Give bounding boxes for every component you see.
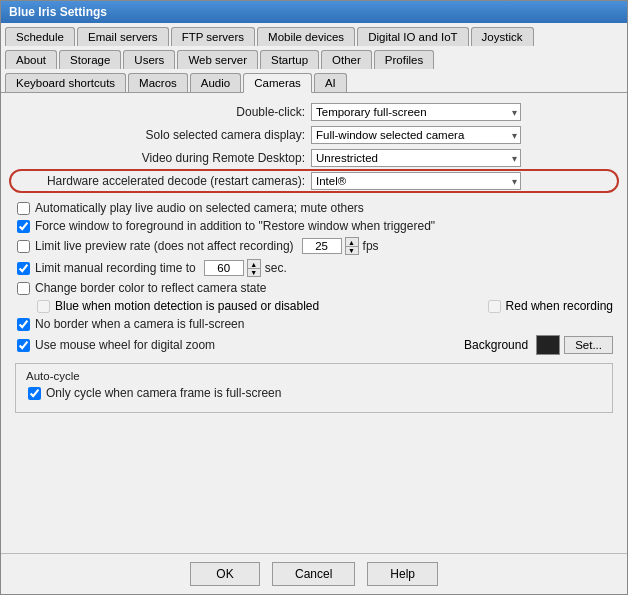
sec-down-btn[interactable]: ▼ [247,268,261,277]
cb9-label: Use mouse wheel for digital zoom [35,338,215,352]
tab-keyboard-shortcuts[interactable]: Keyboard shortcuts [5,73,126,92]
cb3-label: Limit live preview rate (does not affect… [35,239,294,253]
tab-audio[interactable]: Audio [190,73,241,92]
video-remote-row: Video during Remote Desktop: Unrestricte… [15,149,613,167]
fps-up-btn[interactable]: ▲ [345,237,359,246]
cb1-label: Automatically play live audio on selecte… [35,201,364,215]
auto-cycle-group: Auto-cycle Only cycle when camera frame … [15,363,613,413]
cb10-row: Only cycle when camera frame is full-scr… [26,386,602,400]
set-button[interactable]: Set... [564,336,613,354]
sec-input[interactable] [204,260,244,276]
cb9-checkbox[interactable] [17,339,30,352]
double-click-label: Double-click: [15,105,305,119]
video-remote-select-wrapper: Unrestricted Pause Stop [311,149,521,167]
video-remote-select[interactable]: Unrestricted Pause Stop [311,149,521,167]
fps-spinner: ▲ ▼ [345,237,359,255]
cb2-row: Force window to foreground in addition t… [15,219,613,233]
tab-row-2: About Storage Users Web server Startup O… [1,46,627,69]
cb6-row: Blue when motion detection is paused or … [15,299,613,313]
cb7-checkbox[interactable] [488,300,501,313]
double-click-row: Double-click: Temporary full-screen Full… [15,103,613,121]
cb3-checkbox[interactable] [17,240,30,253]
cb4-checkbox[interactable] [17,262,30,275]
solo-select[interactable]: Full-window selected camera Nothing [311,126,521,144]
cb5-row: Change border color to reflect camera st… [15,281,613,295]
video-remote-label: Video during Remote Desktop: [15,151,305,165]
tab-users[interactable]: Users [123,50,175,69]
cb1-row: Automatically play live audio on selecte… [15,201,613,215]
cb8-row: No border when a camera is full-screen [15,317,613,331]
fps-down-btn[interactable]: ▼ [345,246,359,255]
tab-bar: Schedule Email servers FTP servers Mobil… [1,23,627,93]
tab-startup[interactable]: Startup [260,50,319,69]
tab-row-3: Keyboard shortcuts Macros Audio Cameras … [1,69,627,92]
fps-label: fps [363,239,379,253]
title-bar: Blue Iris Settings [1,1,627,23]
cb3-row: Limit live preview rate (does not affect… [15,237,613,255]
tab-web-server[interactable]: Web server [177,50,258,69]
cb5-label: Change border color to reflect camera st… [35,281,266,295]
cb9-row: Use mouse wheel for digital zoom Backgro… [15,335,613,355]
cb2-checkbox[interactable] [17,220,30,233]
cb8-label: No border when a camera is full-screen [35,317,244,331]
tab-ftp-servers[interactable]: FTP servers [171,27,255,46]
cancel-button[interactable]: Cancel [272,562,355,586]
hw-select-wrapper: Intel® None NVIDIA [311,172,521,190]
fps-input[interactable] [302,238,342,254]
cb4-label: Limit manual recording time to [35,261,196,275]
cb7-label: Red when recording [506,299,613,313]
cb10-label: Only cycle when camera frame is full-scr… [46,386,281,400]
cb6-label: Blue when motion detection is paused or … [55,299,319,313]
cb1-checkbox[interactable] [17,202,30,215]
hw-label: Hardware accelerated decode (restart cam… [15,174,305,188]
bottom-bar: OK Cancel Help [1,553,627,594]
cb10-checkbox[interactable] [28,387,41,400]
tab-macros[interactable]: Macros [128,73,188,92]
hw-row: Hardware accelerated decode (restart cam… [15,172,613,190]
sec-up-btn[interactable]: ▲ [247,259,261,268]
double-click-select[interactable]: Temporary full-screen Full-screen Nothin… [311,103,521,121]
background-swatch[interactable] [536,335,560,355]
tab-schedule[interactable]: Schedule [5,27,75,46]
sec-spinner: ▲ ▼ [247,259,261,277]
cb5-checkbox[interactable] [17,282,30,295]
tab-mobile-devices[interactable]: Mobile devices [257,27,355,46]
tab-cameras[interactable]: Cameras [243,73,312,93]
background-label: Background [464,338,528,352]
tab-digital-io[interactable]: Digital IO and IoT [357,27,468,46]
main-window: Blue Iris Settings Schedule Email server… [0,0,628,595]
help-button[interactable]: Help [367,562,438,586]
hw-select[interactable]: Intel® None NVIDIA [311,172,521,190]
solo-select-wrapper: Full-window selected camera Nothing [311,126,521,144]
auto-cycle-title: Auto-cycle [26,370,602,382]
content-area: Double-click: Temporary full-screen Full… [1,93,627,553]
ok-button[interactable]: OK [190,562,260,586]
cb4-row: Limit manual recording time to ▲ ▼ sec. [15,259,613,277]
cb6-checkbox[interactable] [37,300,50,313]
solo-label: Solo selected camera display: [15,128,305,142]
cb2-label: Force window to foreground in addition t… [35,219,435,233]
tab-profiles[interactable]: Profiles [374,50,434,69]
tab-email-servers[interactable]: Email servers [77,27,169,46]
tab-row-1: Schedule Email servers FTP servers Mobil… [1,23,627,46]
window-title: Blue Iris Settings [9,5,107,19]
tab-ai[interactable]: AI [314,73,347,92]
double-click-select-wrapper: Temporary full-screen Full-screen Nothin… [311,103,521,121]
tab-about[interactable]: About [5,50,57,69]
cb8-checkbox[interactable] [17,318,30,331]
tab-joystick[interactable]: Joystick [471,27,534,46]
tab-other[interactable]: Other [321,50,372,69]
tab-storage[interactable]: Storage [59,50,121,69]
sec-label: sec. [265,261,287,275]
solo-row: Solo selected camera display: Full-windo… [15,126,613,144]
